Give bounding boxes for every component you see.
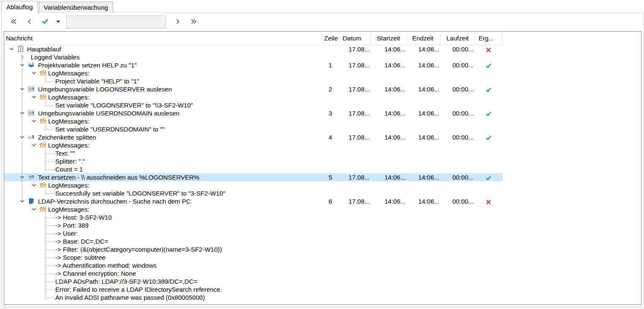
node-label: Project Variable "HELP" to "1" [55, 77, 139, 85]
chevron-down-icon[interactable] [19, 198, 25, 204]
chevron-right-icon[interactable] [19, 54, 25, 60]
tree-row[interactable]: -> User: [4, 229, 503, 237]
tree-connector [45, 277, 55, 282]
filter-input[interactable] [66, 16, 166, 29]
tree-row[interactable]: LogMessages: [4, 69, 503, 77]
tree-row[interactable]: LogMessages: [4, 141, 503, 149]
tree-row[interactable]: LogMessages: [4, 205, 503, 213]
tree-connector [45, 285, 55, 290]
tree-row[interactable]: Successfully set variable "LOGONSERVER" … [4, 189, 503, 197]
log-tree-panel: NachrichtZeileDatumStartzeitEndzeitLaufz… [4, 31, 641, 305]
node-label: Umgebungsvariable USERDNSDOMAIN auslesen [38, 109, 179, 117]
tree-row[interactable]: LDAP-Verzeichnis durchsuchen - Suche nac… [4, 197, 503, 205]
node-label: Zeichenkette splitten [38, 133, 96, 141]
column-header-startzeit[interactable]: Startzeit [371, 33, 406, 44]
dropdown-arrow-button[interactable] [53, 15, 64, 29]
success-icon [486, 86, 491, 92]
tree-row[interactable]: Error: Failed to receive a LDAP IDirecto… [4, 285, 503, 293]
tree-row[interactable]: -> Filter: (&(objectCategory=computer)(n… [4, 245, 503, 253]
go-last-button[interactable] [186, 15, 202, 29]
go-next-button[interactable] [170, 15, 186, 29]
node-label: Set variable "USERDNSDOMAIN" to "" [55, 125, 165, 133]
tab-bar: AblauflogVariablenüberwachung [1, 1, 643, 13]
tree-row[interactable]: ABUmgebungsvariable LOGONSERVER auslesen… [4, 85, 503, 93]
tree-connector [45, 189, 55, 194]
tree-connector [45, 237, 55, 242]
cell-endzeit: 14:06... [406, 45, 440, 53]
success-icon [486, 134, 491, 140]
folder-icon [40, 94, 46, 100]
svg-text:AB: AB [29, 87, 34, 91]
tree-row[interactable]: -> Port: 389 [4, 221, 503, 229]
chevron-down-icon[interactable] [31, 142, 37, 148]
tree-row[interactable]: LogMessages: [4, 181, 503, 189]
tree-connector [45, 253, 55, 258]
tab-ablauflog[interactable]: Ablauflog [1, 1, 38, 13]
filter-ok-button[interactable] [38, 15, 53, 29]
column-header-datum[interactable]: Datum [339, 33, 371, 44]
node-label: Successfully set variable "LOGONSERVER" … [55, 189, 225, 197]
chevron-down-icon[interactable] [8, 46, 15, 52]
chevron-down-icon[interactable] [19, 62, 25, 68]
header-divider [502, 33, 503, 44]
tree-row[interactable]: -> Host: 3-SF2-W10 [4, 213, 503, 221]
svg-text:A: A [28, 135, 31, 140]
column-header-endzeit[interactable]: Endzeit [406, 33, 440, 44]
tree-row[interactable]: -> Channel encryption: None [4, 269, 503, 277]
tree-row[interactable]: Text: "" [4, 149, 503, 157]
tree-rows: Hauptablauf17.08...14:06...14:06...00:00… [4, 45, 641, 301]
toolbar-left-group [5, 15, 64, 29]
tree-row[interactable]: Project Variable "HELP" to "1" [4, 77, 503, 85]
toolbar-right-group [170, 15, 202, 29]
folder-icon [40, 118, 46, 124]
tree-row[interactable]: LogMessages: [4, 93, 503, 101]
tree-row[interactable]: -> Authentification method: windows [4, 261, 503, 269]
error-icon [486, 199, 491, 204]
go-first-button[interactable] [5, 15, 22, 29]
tree-row[interactable]: -> Scope: subtree [4, 253, 503, 261]
chevron-down-icon[interactable] [19, 174, 25, 180]
column-header-nachricht[interactable]: Nachricht [6, 33, 322, 44]
chevron-down-icon[interactable] [31, 94, 37, 100]
go-previous-button[interactable] [22, 15, 38, 29]
tree-row[interactable]: AZeichenkette splitten417.08...14:06...1… [4, 133, 503, 141]
cell-zeile: 3 [322, 109, 339, 117]
chevron-down-icon[interactable] [19, 134, 25, 140]
cell-endzeit: 14:06... [406, 109, 440, 117]
tree-row[interactable]: An invalid ADSI pathname was passed (0x8… [4, 293, 503, 301]
chevron-down-icon[interactable] [19, 86, 25, 92]
tree-row[interactable]: Set variable "LOGONSERVER" to "\\3-SF2-W… [4, 101, 503, 109]
column-header-zeile[interactable]: Zeile [322, 33, 339, 44]
tree-row[interactable]: LogMessages: [4, 117, 503, 125]
column-header-ergebnis[interactable]: Erg... [475, 33, 502, 44]
cell-startzeit: 14:06... [371, 61, 406, 69]
chevron-down-icon[interactable] [31, 182, 37, 188]
tab-variablen-berwachung[interactable]: Variablenüberwachung [39, 2, 113, 13]
tree-row[interactable]: Projektvariable setzen HELP zu "1"117.08… [4, 61, 503, 69]
tree-row[interactable]: Set variable "USERDNSDOMAIN" to "" [4, 125, 503, 133]
tree-guide [22, 141, 22, 149]
chevron-down-icon[interactable] [31, 206, 37, 212]
chevron-down-icon[interactable] [19, 110, 25, 116]
tree-row[interactable]: ABUmgebungsvariable USERDNSDOMAIN ausles… [4, 109, 503, 117]
chevron-down-icon[interactable] [31, 118, 37, 124]
tree-connector [45, 261, 55, 266]
cell-laufzeit: 00:00... [440, 133, 475, 141]
cell-startzeit: 14:06... [371, 133, 406, 141]
cell-datum: 17.08... [339, 61, 371, 69]
tree-row[interactable]: Logged Variables [4, 53, 503, 61]
tree-row[interactable]: ABText ersetzen - \\ ausschneiden aus %L… [4, 173, 503, 181]
tree-row[interactable]: Count = 1 [4, 165, 503, 173]
tree-row[interactable]: -> Base: DC=,DC= [4, 237, 503, 245]
cell-zeile: 6 [322, 197, 339, 205]
tree-row[interactable]: LDAP ADsPath: LDAP://3-SF2-W10:389/DC=,D… [4, 277, 503, 285]
node-label: LogMessages: [48, 205, 89, 213]
tree-row[interactable]: Splitter: "." [4, 157, 503, 165]
tree-row[interactable]: Hauptablauf17.08...14:06...14:06...00:00… [4, 45, 503, 53]
tree-guide [22, 101, 22, 109]
tree-guide [22, 117, 22, 125]
tree-guide [22, 69, 22, 77]
column-header-laufzeit[interactable]: Laufzeit [440, 33, 475, 44]
node-label: -> User: [55, 229, 78, 237]
chevron-down-icon[interactable] [31, 70, 37, 76]
